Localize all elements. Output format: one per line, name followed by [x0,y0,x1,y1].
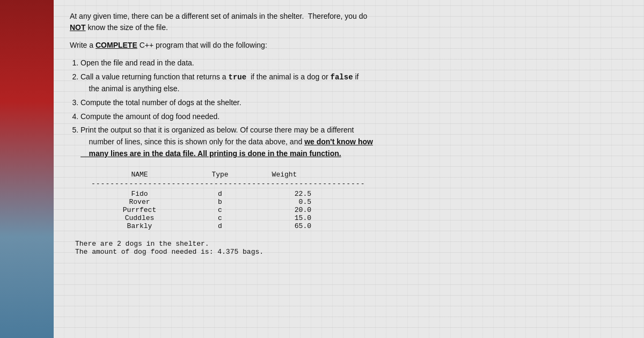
output-table: NAME Type Weight -----------------------… [70,171,623,230]
row-cuddles-name: Cuddles [91,214,188,222]
types-column: d b c c d [188,190,252,230]
table-body: Fido Rover Purrfect Cuddles Barkly d b c… [91,190,623,230]
row-cuddles-type: c [188,214,252,222]
table-dashes: ----------------------------------------… [91,180,623,188]
not-text: NOT [70,23,86,32]
row-cuddles-weight: 15.0 [252,214,311,222]
names-column: Fido Rover Purrfect Cuddles Barkly [91,190,188,230]
row-fido-type: d [188,190,252,198]
row-barkly-name: Barkly [91,222,188,230]
output-line2: The amount of dog food needed is: 4.375 … [75,248,623,256]
table-header: NAME Type Weight [91,171,623,179]
instruction-list: Open the file and read in the data. Call… [80,57,623,160]
program-output: There are 2 dogs in the shelter. The amo… [70,240,623,256]
row-purrfect-name: Purrfect [91,206,188,214]
col-type-header: Type [188,171,252,179]
list-item-4: Compute the amount of dog food needed. [80,111,623,123]
list-item-5: Print the output so that it is organized… [80,124,623,159]
col-name-header: NAME [91,171,188,179]
row-barkly-weight: 65.0 [252,222,311,230]
list-item-2: Call a value returning function that ret… [80,71,623,95]
false-keyword: false [331,73,353,82]
col-weight-header: Weight [252,171,317,179]
main-content: At any given time, there can be a differ… [54,0,644,338]
row-purrfect-type: c [188,206,252,214]
list-item-3: Compute the total number of dogs at the … [80,97,623,109]
row-purrfect-weight: 20.0 [252,206,311,214]
row-fido-name: Fido [91,190,188,198]
row-rover-weight: 0.5 [252,198,311,206]
left-sidebar [0,0,54,338]
row-barkly-type: d [188,222,252,230]
list-item-1: Open the file and read in the data. [80,57,623,69]
write-instruction: Write a COMPLETE C++ program that will d… [70,40,623,51]
true-keyword: true [229,73,247,82]
intro-paragraph: At any given time, there can be a differ… [70,11,623,33]
output-line1: There are 2 dogs in the shelter. [75,240,623,248]
row-rover-name: Rover [91,198,188,206]
complete-text: COMPLETE [96,41,137,49]
intro-line2-suffix: know the size of the file. [87,23,167,32]
list-item-4-text: Compute the amount of dog food needed. [80,112,219,121]
row-fido-weight: 22.5 [252,190,311,198]
list-item-1-text: Open the file and read in the data. [80,58,194,67]
list-item-3-text: Compute the total number of dogs at the … [80,98,241,107]
bold-underline-text: we don't know how many lines are in the … [80,137,373,158]
weights-column: 22.5 0.5 20.0 15.0 65.0 [252,190,317,230]
row-rover-type: b [188,198,252,206]
